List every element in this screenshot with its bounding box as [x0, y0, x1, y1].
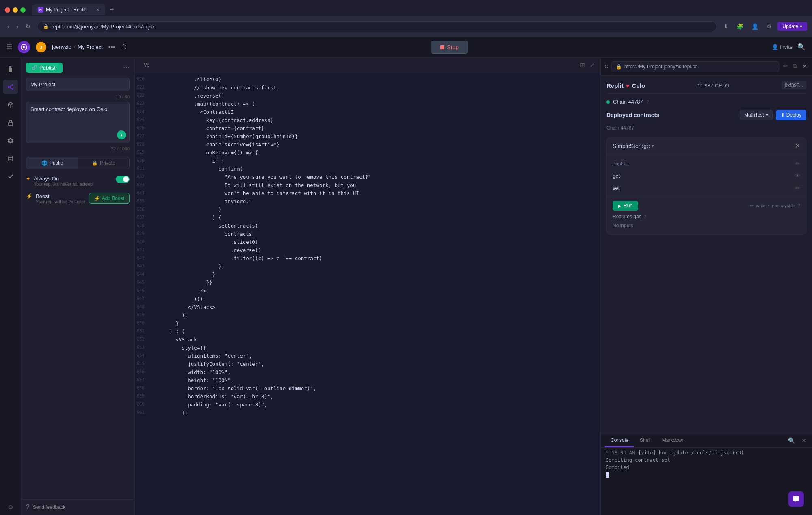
code-line: 659 borderRadius: "var(--br-8)", — [135, 393, 600, 401]
forward-btn[interactable]: › — [14, 22, 21, 31]
nav-buttons: ‹ › ↻ — [5, 22, 33, 31]
code-line: 625 key={contract.address} — [135, 116, 600, 124]
code-line: 641 .reverse() — [135, 246, 600, 254]
preview-refresh-btn[interactable]: ↻ — [604, 63, 609, 70]
badge-help-btn[interactable]: ? — [797, 203, 800, 209]
sidebar-item-database[interactable] — [3, 151, 18, 166]
wallet-balance: 11.987 CELO — [697, 83, 729, 89]
extensions-icon[interactable]: 🧩 — [734, 22, 746, 31]
invite-btn[interactable]: 👤 Invite — [772, 44, 793, 50]
ai-assist-btn[interactable]: ✦ — [117, 130, 126, 139]
sidebar-item-secrets[interactable] — [3, 115, 18, 130]
always-on-row: ✦ Always On Your repl will never fall as… — [26, 176, 113, 187]
run-btn[interactable]: ▶ Run — [613, 201, 638, 211]
preview-close-btn[interactable]: ✕ — [800, 61, 809, 72]
contract-close-btn[interactable]: ✕ — [795, 142, 800, 150]
sidebar-item-files[interactable] — [3, 62, 18, 76]
chat-fab[interactable] — [788, 491, 804, 507]
new-tab-btn[interactable]: + — [108, 4, 115, 15]
update-btn[interactable]: Update ▾ — [777, 22, 807, 31]
external-link-icon[interactable]: ⧉ — [791, 61, 799, 72]
no-inputs-text: No inputs — [613, 223, 800, 228]
boost-label: Boost — [36, 193, 86, 199]
gas-help-btn[interactable]: ? — [644, 214, 647, 219]
contract-selector[interactable]: MathTest ▾ — [740, 110, 773, 120]
sidebar-item-settings[interactable] — [3, 133, 18, 148]
deploy-btn[interactable]: ⬆ Deploy — [776, 110, 806, 120]
profile-icon[interactable]: 👤 — [749, 22, 761, 31]
tab-shell[interactable]: Shell — [634, 434, 656, 447]
method-set-edit-icon[interactable]: ✏ — [795, 185, 800, 191]
back-btn[interactable]: ‹ — [5, 22, 12, 31]
code-line: 647 ))) — [135, 295, 600, 303]
user-avatar[interactable]: J — [36, 42, 46, 52]
preview-url-bar[interactable]: 🔒 https://My-Project.joenyzio.repl.co — [611, 61, 779, 72]
help-btn[interactable]: ? — [26, 504, 30, 511]
sidebar-item-checkmark[interactable] — [3, 169, 18, 184]
method-get[interactable]: get 👁 — [607, 169, 806, 182]
network-label: Celo — [632, 82, 645, 89]
add-boost-btn[interactable]: ⚡ Add Boost — [89, 193, 130, 204]
panel-footer: ? Send feedback — [21, 499, 134, 515]
maximize-window-btn[interactable] — [20, 7, 26, 13]
console-close-btn[interactable]: ✕ — [800, 437, 808, 445]
code-line: 657 height: "100%", — [135, 376, 600, 385]
boost-icon: ⚡ — [26, 193, 32, 199]
minimize-window-btn[interactable] — [13, 7, 18, 13]
breadcrumb-project[interactable]: My Project — [78, 44, 102, 50]
svg-point-1 — [12, 84, 13, 86]
search-btn[interactable]: 🔍 — [797, 43, 806, 51]
split-pane-icon[interactable]: ⊞ — [578, 60, 587, 70]
description-text: Smart contract deployed on Celo. — [30, 106, 125, 139]
send-feedback-link[interactable]: Send feedback — [33, 504, 65, 510]
method-double-edit-icon[interactable]: ✏ — [795, 160, 800, 167]
method-badges: ✏ write • nonpayable ? — [750, 203, 800, 209]
code-line: 623 .map((contract) => ( — [135, 100, 600, 108]
edit-icon[interactable]: ✏ — [782, 61, 790, 72]
project-name-field[interactable]: My Project — [26, 78, 130, 91]
settings-icon[interactable]: ⚙ — [764, 22, 774, 31]
method-get-view-icon[interactable]: 👁 — [795, 172, 800, 179]
wallet-row: Replit ♥ Celo 11.987 CELO 0xf39F... — [606, 81, 806, 94]
method-double[interactable]: double ✏ — [607, 157, 806, 169]
contract-expand-icon[interactable]: ▾ — [652, 143, 654, 149]
maximize-icon[interactable]: ⤢ — [588, 60, 596, 70]
download-icon[interactable]: ⬇ — [721, 22, 731, 31]
browser-tab[interactable]: R My Project - Replit ✕ — [32, 4, 105, 15]
breadcrumb: joenyzio / My Project — [52, 44, 103, 50]
editor-toolbar: Ve ⊞ ⤢ — [135, 58, 600, 72]
console-tabs: Console Shell Markdown 🔍 ✕ — [601, 434, 812, 448]
code-line: 621 // show new contracts first. — [135, 84, 600, 92]
console-search-btn[interactable]: 🔍 — [786, 437, 797, 445]
public-option[interactable]: 🌐 Public — [26, 157, 78, 169]
chain-help-btn[interactable]: ? — [646, 99, 649, 105]
history-btn[interactable]: ⏱ — [121, 43, 128, 51]
tab-console[interactable]: Console — [605, 434, 634, 447]
replit-logo[interactable] — [18, 41, 30, 53]
method-set[interactable]: set ✏ — [607, 182, 806, 194]
url-lock-icon: 🔒 — [616, 64, 622, 70]
console-text-2: Compiling contract.sol — [606, 457, 670, 463]
code-content[interactable]: 620 .slice(0)621 // show new contracts f… — [135, 72, 600, 515]
editor-tab-ve[interactable]: Ve — [139, 61, 154, 70]
deployed-section: Replit ♥ Celo 11.987 CELO 0xf39F... Chai… — [601, 76, 812, 434]
breadcrumb-username[interactable]: joenyzio — [52, 44, 71, 50]
heart-icon: ♥ — [626, 82, 630, 89]
always-on-toggle[interactable] — [116, 176, 130, 183]
tab-close-btn[interactable]: ✕ — [96, 7, 100, 13]
description-area[interactable]: Smart contract deployed on Celo. ✦ — [26, 102, 130, 143]
address-bar[interactable]: 🔒 replit.com/@joenyzio/My-Project#tools/… — [37, 21, 717, 32]
dot-menu-btn[interactable]: ••• — [108, 43, 115, 51]
publish-btn[interactable]: 🔗 Publish — [26, 63, 63, 73]
tab-markdown[interactable]: Markdown — [656, 434, 690, 447]
panel-more-btn[interactable]: ⋯ — [123, 64, 130, 72]
close-window-btn[interactable] — [5, 7, 10, 13]
private-option[interactable]: 🔒 Private — [78, 157, 130, 169]
sidebar-item-share[interactable] — [3, 80, 18, 94]
wallet-address[interactable]: 0xf39F... — [782, 81, 806, 89]
header-right: 👤 Invite 🔍 — [772, 43, 806, 51]
sidebar-item-packages[interactable] — [3, 98, 18, 112]
refresh-btn[interactable]: ↻ — [23, 22, 33, 31]
hamburger-menu-btn[interactable]: ☰ — [6, 43, 12, 51]
stop-btn[interactable]: Stop — [431, 41, 468, 54]
